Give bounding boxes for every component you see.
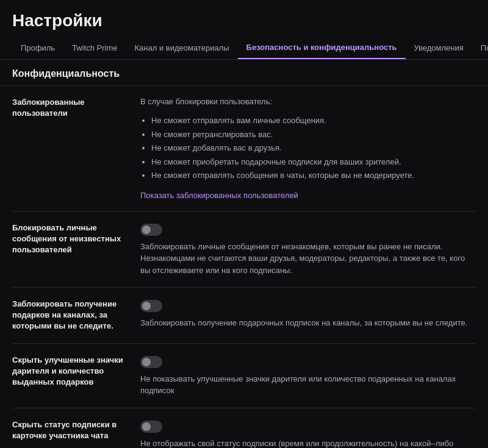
bullet-4: Не сможет приобретать подарочные подписк… xyxy=(151,156,476,168)
section-title: Конфиденциальность xyxy=(0,60,488,86)
toggle-slider-hide-sub-status xyxy=(140,421,162,433)
toggle-hide-gifter[interactable] xyxy=(140,356,162,368)
bullet-1: Не сможет отправлять вам личные сообщени… xyxy=(151,115,476,127)
show-blocked-users-link[interactable]: Показать заблокированных пользователей xyxy=(140,191,476,200)
toggle-row-block-messages xyxy=(140,222,476,236)
page-title: Настройки xyxy=(0,0,488,37)
toggle-slider-block-gifts xyxy=(140,300,162,312)
nav-item-notifications[interactable]: Уведомления xyxy=(406,37,472,59)
toggle-block-gifts[interactable] xyxy=(140,300,162,312)
toggle-wrapper-hide-gifter xyxy=(140,356,162,368)
setting-row-block-gifts: Заблокировать получение подарков на кана… xyxy=(12,288,476,344)
setting-label-hide-sub-status: Скрыть статус подписки в карточке участн… xyxy=(12,419,128,441)
description-block-gifts: Заблокировать получение подарочных подпи… xyxy=(140,317,476,329)
bullet-3: Не сможет добавлять вас в друзья. xyxy=(151,142,476,154)
toggle-row-block-gifts xyxy=(140,299,476,312)
nav-item-channel[interactable]: Канал и видеоматериалы xyxy=(126,37,238,59)
setting-row-hide-gifter: Скрыть улучшенные значки дарителя и коли… xyxy=(12,344,476,408)
setting-label-hide-gifter: Скрыть улучшенные значки дарителя и коли… xyxy=(12,355,128,388)
toggle-slider-hide-gifter xyxy=(140,356,162,368)
settings-content: Заблокированные пользователи В случае бл… xyxy=(0,86,488,448)
description-block-messages: Заблокировать личные сообщения от незнак… xyxy=(140,241,476,277)
setting-row-hide-sub-status: Скрыть статус подписки в карточке участн… xyxy=(12,408,476,448)
setting-row-blocked-users: Заблокированные пользователи В случае бл… xyxy=(12,86,476,212)
nav-item-profile[interactable]: Профиль xyxy=(12,37,63,59)
toggle-row-hide-sub-status xyxy=(140,419,476,433)
setting-label-block-gifts: Заблокировать получение подарков на кана… xyxy=(12,299,128,332)
toggle-row-hide-gifter xyxy=(140,355,476,368)
setting-label-blocked-users: Заблокированные пользователи xyxy=(12,97,128,119)
toggle-wrapper-hide-sub-status xyxy=(140,421,162,433)
toggle-block-messages[interactable] xyxy=(140,224,162,236)
nav-item-twitch-prime[interactable]: Twitch Prime xyxy=(63,37,126,59)
toggle-wrapper-block-messages xyxy=(140,224,162,236)
nav-item-connections[interactable]: Подключения xyxy=(472,37,488,59)
toggle-slider-block-messages xyxy=(140,224,162,236)
description-hide-gifter: Не показывать улучшенные значки дарителя… xyxy=(140,373,476,397)
nav-item-security[interactable]: Безопасность и конфиденциальность xyxy=(238,37,406,59)
toggle-wrapper-block-gifts xyxy=(140,300,162,312)
setting-row-block-messages: Блокировать личные сообщения от неизвест… xyxy=(12,212,476,288)
navigation-bar: Профиль Twitch Prime Канал и видеоматери… xyxy=(0,37,488,60)
toggle-hide-sub-status[interactable] xyxy=(140,421,162,433)
blocked-users-description: Не сможет отправлять вам личные сообщени… xyxy=(140,112,476,183)
description-hide-sub-status: Не отображать свой статус подписки (врем… xyxy=(140,438,476,448)
setting-label-block-messages: Блокировать личные сообщения от неизвест… xyxy=(12,222,128,256)
blocked-users-intro: В случае блокировки пользователь: xyxy=(140,97,476,106)
bullet-2: Не сможет ретранслировать вас. xyxy=(151,129,476,141)
bullet-5: Не сможет отправлять сообщения в чаты, к… xyxy=(151,169,476,182)
blocked-users-list: Не сможет отправлять вам личные сообщени… xyxy=(140,115,476,182)
